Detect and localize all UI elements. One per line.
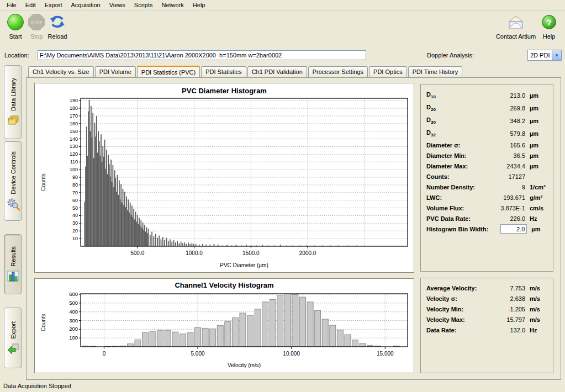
- svg-text:140: 140: [70, 136, 78, 142]
- sidebar-item-data-library[interactable]: Data Library: [4, 65, 22, 139]
- svg-text:100: 100: [69, 335, 78, 341]
- svg-text:1000.0: 1000.0: [186, 250, 203, 256]
- tab-ch1-velocity-vs-size[interactable]: Ch1 Velocity vs. Size: [28, 66, 94, 77]
- svg-text:110: 110: [70, 159, 78, 165]
- start-icon: [7, 14, 24, 30]
- stat-unit: µm: [525, 152, 547, 159]
- stat-unit: g/m³: [525, 194, 547, 201]
- svg-text:90: 90: [72, 174, 78, 180]
- diameter-stat-row: D20269.8µm: [426, 102, 547, 114]
- svg-text:10: 10: [72, 236, 78, 241]
- data-library-icon: [7, 114, 20, 126]
- menu-item-help[interactable]: Help: [188, 1, 210, 9]
- stat-unit: m/s: [525, 316, 547, 323]
- menu-item-network[interactable]: Network: [157, 1, 188, 9]
- stat-unit: Hz: [525, 327, 547, 333]
- stat-label: Diameter σ:: [426, 142, 460, 149]
- stat-label: Diameter Max:: [426, 163, 468, 169]
- tab-ch1-pdi-validation[interactable]: Ch1 PDI Validation: [247, 66, 307, 77]
- stat-label: D10: [426, 91, 436, 99]
- status-text: Data Acquisition Stopped: [3, 383, 71, 389]
- stat-value: -1.205: [485, 306, 525, 312]
- stat-unit: µm: [525, 92, 547, 99]
- stat-value: 17127: [485, 173, 525, 180]
- svg-text:0: 0: [103, 351, 106, 357]
- stat-value: 15.797: [485, 316, 525, 323]
- reload-button[interactable]: Reload: [45, 12, 70, 40]
- stat-label: D20: [426, 104, 436, 112]
- svg-text:130: 130: [70, 144, 78, 149]
- stat-label: Counts:: [426, 173, 450, 180]
- diameter-stats-panel: D10213.0µmD20269.8µmD30348.2µmD32579.8µm…: [420, 84, 553, 272]
- stat-label: Average Velocity:: [426, 285, 477, 292]
- svg-text:400: 400: [69, 309, 78, 315]
- velocity-stats-panel: Average Velocity:7.753m/sVelocity σ:2.63…: [420, 278, 553, 373]
- location-input[interactable]: [38, 50, 366, 60]
- sidebar-label: Device Controls: [10, 151, 17, 194]
- svg-text:60: 60: [72, 198, 78, 203]
- svg-text:500: 500: [69, 300, 78, 306]
- tab-pdi-statistics-pvc-[interactable]: PDI Statistics (PVC): [137, 66, 200, 77]
- svg-text:160: 160: [70, 121, 78, 126]
- bin-width-input[interactable]: [500, 224, 527, 234]
- chevron-down-icon[interactable]: ▼: [552, 50, 561, 60]
- menu-item-scripts[interactable]: Scripts: [130, 1, 157, 9]
- sidebar-item-device-controls[interactable]: Device Controls: [4, 141, 22, 221]
- menu-bar: FileEditExportAcquisitionViewsScriptsNet…: [0, 0, 565, 10]
- reload-label: Reload: [45, 33, 70, 40]
- svg-text:40: 40: [72, 213, 78, 218]
- sidebar-item-export[interactable]: Export: [4, 308, 22, 368]
- menu-item-acquisition[interactable]: Acquisition: [67, 1, 105, 9]
- velocity-histogram-panel: 10020030040050060005.00010.00015.000Velo…: [34, 278, 414, 373]
- tab-pdi-statistics[interactable]: PDI Statistics: [201, 66, 246, 77]
- stat-label: Histogram Bin Width:: [426, 226, 488, 232]
- help-button[interactable]: ? Help: [537, 12, 561, 40]
- diameter-stat-row: Diameter Max:2434.4µm: [426, 161, 547, 171]
- diameter-stat-row: Diameter σ:165.6µm: [426, 140, 547, 150]
- tab-bar: Ch1 Velocity vs. SizePDI VolumePDI Stati…: [28, 66, 463, 78]
- tab-pdi-time-history[interactable]: PDI Time History: [408, 66, 463, 77]
- stat-value: 36.5: [485, 152, 525, 159]
- status-bar: Data Acquisition Stopped: [0, 381, 565, 392]
- stat-unit: µm: [525, 130, 547, 137]
- sidebar-item-results[interactable]: Results: [4, 234, 22, 294]
- contact-artium-button[interactable]: Contact Artium: [493, 12, 538, 40]
- tab-pdi-optics[interactable]: PDI Optics: [369, 66, 407, 77]
- stat-label: Volume Flux:: [426, 205, 464, 211]
- device-controls-icon: [7, 198, 20, 211]
- stat-unit: µm: [525, 118, 547, 124]
- stat-value: 3.873E-1: [485, 205, 525, 211]
- stat-label: Diameter Min:: [426, 152, 467, 159]
- stat-unit: Hz: [525, 215, 547, 222]
- svg-text:10.000: 10.000: [283, 351, 300, 357]
- stat-value: 2.638: [485, 295, 525, 302]
- doppler-analysis-select[interactable]: 2D PDI ▼: [527, 50, 562, 61]
- menu-item-edit[interactable]: Edit: [21, 1, 40, 9]
- help-icon: ?: [542, 15, 556, 29]
- export-icon: [7, 342, 20, 354]
- sidebar-label: Export: [10, 321, 17, 339]
- stat-label: Data Rate:: [426, 327, 456, 333]
- stat-unit: m/s: [525, 295, 547, 302]
- menu-item-file[interactable]: File: [2, 1, 21, 9]
- location-row: Location: Doppler Analysis: 2D PDI ▼: [0, 47, 565, 64]
- menu-item-views[interactable]: Views: [105, 1, 130, 9]
- velocity-stat-row: Data Rate:132.0Hz: [426, 325, 547, 335]
- stat-unit: m/s: [525, 285, 547, 292]
- stat-value-wrap: [488, 224, 527, 234]
- diameter-stat-row: Number Density:91/cm³: [426, 182, 547, 192]
- sidebar-label: Results: [10, 246, 17, 267]
- diameter-stat-row: LWC:193.671g/m³: [426, 192, 547, 203]
- tab-pdi-volume[interactable]: PDI Volume: [95, 66, 136, 77]
- svg-text:5.000: 5.000: [191, 351, 205, 357]
- toolbar: Start STOP Stop Reload Contact Artium: [0, 10, 565, 47]
- results-icon: [7, 270, 20, 282]
- envelope-icon: [506, 15, 525, 29]
- diameter-stat-row: D10213.0µm: [426, 89, 547, 102]
- stat-value: 7.753: [485, 285, 525, 292]
- tab-processor-settings[interactable]: Processor Settings: [308, 66, 368, 77]
- svg-text:100: 100: [70, 167, 78, 172]
- menu-item-export[interactable]: Export: [40, 1, 67, 9]
- stat-value: 165.6: [485, 142, 525, 149]
- velocity-stat-row: Average Velocity:7.753m/s: [426, 283, 547, 293]
